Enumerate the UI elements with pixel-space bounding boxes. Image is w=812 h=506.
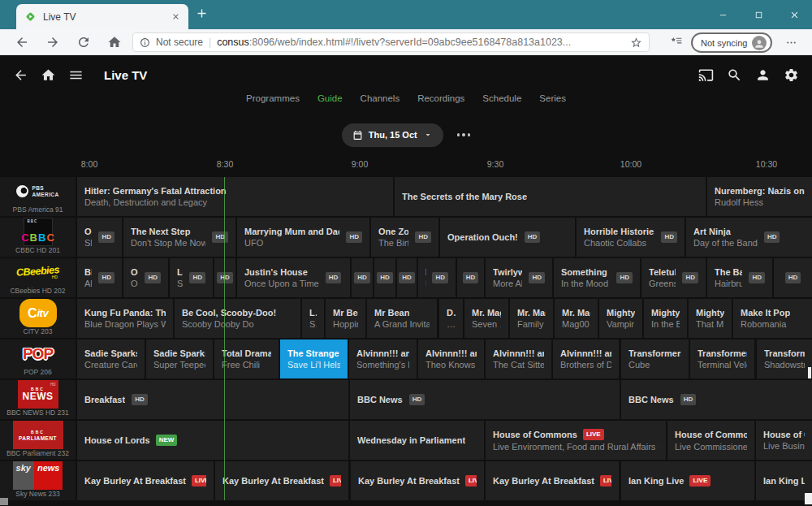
program-cell[interactable]: BreakfastHD (77, 380, 348, 419)
program-cell[interactable]: Justin's HouseOnce Upon a TimeHD (237, 258, 350, 297)
program-cell[interactable]: TransformersShadowstrike (757, 339, 812, 378)
program-cell[interactable]: HD (374, 258, 395, 297)
program-cell[interactable]: Mr. Mag…Family … (510, 299, 553, 338)
program-cell[interactable]: Art NinjaDay of the BandHD (686, 218, 812, 257)
program-cell[interactable]: Marrying Mum and DadUFOHD (237, 218, 369, 257)
program-cell[interactable]: Alvinnn!!! and t…Theo Knows B… (418, 339, 484, 378)
program-cell[interactable]: L…S… (302, 299, 324, 338)
channel-label: CBBC HD 201 (15, 246, 60, 257)
program-cell[interactable]: House of CommonsLIVELive Environment, Fo… (486, 421, 666, 460)
program-cell[interactable]: Make It PopRobomania (733, 299, 812, 338)
hd-badge: HD (432, 272, 448, 283)
program-cell[interactable]: Sadie SparksSuper Teepee (146, 339, 213, 378)
live-badge: LIVE (583, 429, 604, 440)
guide-row-cbbc-hd-201: BBCCBBCCBBC HD 201O…Sl…HDThe Next StepDo… (0, 218, 812, 257)
program-cell[interactable]: Transformers: …Cube (621, 339, 689, 378)
hd-badge: HD (529, 272, 545, 283)
program-cell[interactable]: HD (397, 258, 417, 297)
program-cell[interactable]: Kay Burley At BreakfastLIVE (486, 461, 619, 500)
hd-badge: HD (98, 231, 114, 243)
channel-bbc-parliament-232[interactable]: BBCPARLIAMENTBBC Parliament 232 (0, 421, 76, 460)
program-cell[interactable]: Mighty …That M… (689, 299, 732, 338)
program-cell[interactable]: The Secrets of the Mary Rose (395, 177, 706, 216)
program-cell[interactable]: The Baby…HairbrushHD (707, 258, 772, 297)
program-cell[interactable]: HD (352, 258, 373, 297)
program-cell[interactable]: Nuremberg: Nazis on TrialRudolf Hess (707, 177, 812, 216)
live-badge: LIVE (689, 475, 710, 487)
program-cell[interactable]: Mr. Mag…Seven … (464, 299, 508, 338)
program-cell[interactable]: Mr BeanHoppin… (326, 299, 365, 338)
program-cell[interactable]: Do…Do…HD (418, 258, 456, 297)
channel-pop-206[interactable]: POPPOP 206 (0, 339, 76, 378)
program-cell[interactable]: Mighty …In the B… (644, 299, 687, 338)
program-cell[interactable]: Twirlywo…More Ab…HD (486, 258, 552, 297)
bbcnews-logo-icon: BBCNEWSHD (18, 380, 58, 409)
hd-badge: HD (189, 272, 205, 283)
program-cell[interactable]: House of CommonsLive Commissioners … (667, 421, 754, 460)
vertical-scrollbar-thumb[interactable] (808, 367, 811, 378)
horizontal-scrollbar-thumb[interactable] (0, 498, 8, 505)
program-cell[interactable]: O…Sl…HD (77, 218, 122, 257)
hd-badge: HD (682, 272, 698, 283)
channel-pbs-america-91[interactable]: PBS AMERICAPBS America 91 (0, 177, 76, 216)
hd-badge: HD (415, 231, 431, 243)
program-cell[interactable]: Oc…Oc…HD (123, 258, 168, 297)
program-cell[interactable]: Be Cool, Scooby-Doo!Scooby Dooby Do (175, 299, 300, 338)
program-cell[interactable]: Alvinnn!!! and t…Brothers of Da… (553, 339, 619, 378)
channel-label: BBC Parliament 232 (6, 449, 69, 460)
program-cell[interactable]: Alvinnn!!! and t…Something's Fi… (349, 339, 417, 378)
program-cell[interactable]: One Zoo …The Birth…HD (371, 218, 438, 257)
program-cell[interactable]: House of CorLive Business (756, 421, 812, 460)
guide-row-bbc-news-hd-231: BBCNEWSHDBBC NEWS HD 231BreakfastHDBBC N… (0, 380, 812, 419)
program-cell[interactable]: Wednesday in Parliament (350, 421, 484, 460)
channel-cbbc-hd-201[interactable]: BBCCBBCCBBC HD 201 (0, 218, 76, 257)
scrollbar-corner (805, 493, 812, 504)
program-cell[interactable]: Mr BeanA Grand Invitat… (367, 299, 437, 338)
hd-badge: HD (661, 231, 677, 243)
hd-badge: HD (377, 272, 393, 283)
program-cell[interactable]: Alvinnn!!! and t…The Cat Sitter (486, 339, 551, 378)
guide-row-pop-206: POPPOP 206Sadie SparksCreature CareSadie… (0, 339, 812, 378)
program-cell[interactable]: Kay Burley At BreakfastLIVE (215, 461, 348, 500)
program-cell[interactable]: Kay Burley At BreakfastLIVE (351, 461, 484, 500)
program-cell[interactable]: Teletubbi…GreensHD (641, 258, 706, 297)
program-cell[interactable]: BBC NewsHD (350, 380, 620, 419)
program-cell[interactable]: Mr. Mag…Mag00… (555, 299, 598, 338)
current-time-indicator (224, 177, 225, 500)
program-cell[interactable]: Kung Fu Panda: The P…Blue Dragon Plays W… (77, 299, 173, 338)
program-cell[interactable]: BBC NewsHD (621, 380, 812, 419)
channel-label: PBS America 91 (13, 205, 63, 216)
program-cell[interactable]: Horrible HistoriesChaotic CollabsHD (577, 218, 685, 257)
program-cell[interactable]: D…… (439, 299, 463, 338)
hd-badge: HD (409, 394, 425, 405)
program-cell[interactable]: The Next StepDon't Stop Me NowHD (123, 218, 235, 257)
hd-badge: HD (463, 272, 479, 283)
channel-citv-203[interactable]: CitvCITV 203 (0, 299, 76, 338)
program-cell[interactable]: HD (457, 258, 484, 297)
hd-badge: HD (354, 272, 370, 283)
program-cell[interactable]: Lo…Sl…HD (170, 258, 213, 297)
program-cell[interactable]: Transformers: …Terminal Velo… (690, 339, 754, 378)
hd-badge: HD (217, 272, 233, 283)
program-cell-selected[interactable]: The Strange C…Save Li'l Helsing (280, 339, 348, 378)
channel-label: Sky News 233 (15, 490, 59, 500)
program-cell[interactable]: Hitler: Germany's Fatal AttractionDeath,… (77, 177, 393, 216)
hd-badge: HD (132, 394, 148, 405)
program-cell[interactable]: HD (774, 258, 812, 297)
program-cell[interactable]: Ian King LiveLIVE (621, 461, 754, 500)
program-cell[interactable]: Kay Burley At BreakfastLIVE (77, 461, 214, 500)
hd-badge: HD (764, 231, 780, 243)
program-cell[interactable]: Sadie SparksCreature Care (77, 339, 145, 378)
hd-badge: HD (346, 231, 362, 243)
program-cell[interactable]: House of LordsNEW (77, 421, 348, 460)
channel-sky-news-233[interactable]: skynewsSky News 233 (0, 461, 76, 500)
program-cell[interactable]: Mighty …Vampir… (599, 299, 642, 338)
hd-badge: HD (749, 272, 765, 283)
program-cell[interactable]: Something Spe…In the Mood for …HD (554, 258, 640, 297)
channel-cbeebies-hd-202[interactable]: CBeebiesHDCBeebies HD 202 (0, 258, 76, 297)
program-cell[interactable]: Bit…Ah…HD (77, 258, 122, 297)
program-cell[interactable]: Operation Ouch!HD (440, 218, 575, 257)
channel-bbc-news-hd-231[interactable]: BBCNEWSHDBBC NEWS HD 231 (0, 380, 76, 419)
program-cell[interactable]: Ian King Live (756, 461, 812, 500)
program-cell[interactable]: HD (214, 258, 235, 297)
